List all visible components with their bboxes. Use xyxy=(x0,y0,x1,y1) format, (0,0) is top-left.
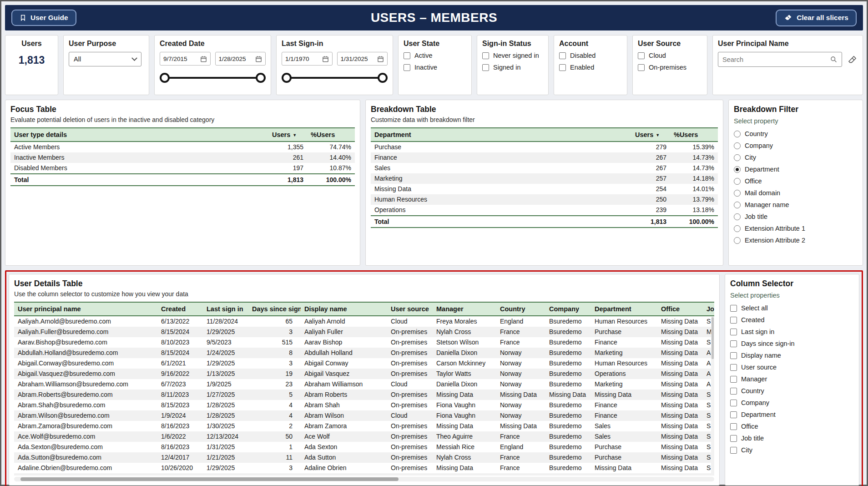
horizontal-scrollbar-thumb[interactable] xyxy=(20,477,399,481)
column-header-percent-users[interactable]: %Users xyxy=(307,128,355,142)
column-header[interactable]: Country xyxy=(496,302,545,316)
column-header-department[interactable]: Department xyxy=(371,128,631,142)
table-row[interactable]: Active Members1,35574.74% xyxy=(10,142,355,152)
radio-icon xyxy=(734,142,741,149)
column-selector-option[interactable]: Display name xyxy=(730,352,854,359)
checkbox-option[interactable]: Signed in xyxy=(482,64,543,71)
column-header-percent-users[interactable]: %Users xyxy=(670,128,718,142)
breakdown-filter-option[interactable]: Manager name xyxy=(734,201,858,208)
table-row[interactable]: Inactive Members26114.40% xyxy=(10,152,355,163)
breakdown-filter-option[interactable]: Office xyxy=(734,177,858,185)
breakdown-filter-option[interactable]: Job title xyxy=(734,213,858,220)
search-box[interactable] xyxy=(718,52,842,67)
column-header[interactable]: User principal name xyxy=(14,302,157,316)
column-selector-option-label: Created xyxy=(741,316,765,324)
column-header-users[interactable]: Users▼ xyxy=(268,128,307,142)
table-row[interactable]: Operations23913.18% xyxy=(371,205,718,216)
last-sign-in-range-slider[interactable] xyxy=(282,71,388,84)
table-row[interactable]: Adalyn.Giles@bsuredemo.com8/19/20248/20/… xyxy=(14,473,714,476)
signin-end-date-input[interactable]: 1/31/2025 xyxy=(337,52,388,66)
breakdown-filter-option[interactable]: Mail domain xyxy=(734,189,858,197)
table-row[interactable]: Aarav.Bishop@bsuredemo.com8/10/20239/5/2… xyxy=(14,337,714,348)
horizontal-scrollbar[interactable] xyxy=(14,477,714,481)
table-row[interactable]: Disabled Members19710.87% xyxy=(10,163,355,174)
breakdown-filter-option[interactable]: City xyxy=(734,154,858,161)
table-row[interactable]: Human Resources25013.79% xyxy=(371,194,718,205)
table-row[interactable]: Abram.Roberts@bsuredemo.com8/11/20231/27… xyxy=(14,390,714,400)
column-selector-option-label: Display name xyxy=(741,352,781,359)
table-row[interactable]: Purchase27915.39% xyxy=(371,142,718,152)
column-selector-option[interactable]: Office xyxy=(730,423,854,430)
column-header[interactable]: User source xyxy=(387,302,433,316)
slider-handle-start[interactable] xyxy=(160,73,170,83)
breakdown-filter-option[interactable]: Extension Attribute 2 xyxy=(734,237,858,244)
breakdown-filter-option[interactable]: Company xyxy=(734,142,858,149)
table-row[interactable]: Abram.Wilson@bsuredemo.com1/9/20241/28/2… xyxy=(14,410,714,421)
table-row[interactable]: Abigail.Vasquez@bsuredemo.com9/16/20221/… xyxy=(14,369,714,379)
slider-handle-end[interactable] xyxy=(378,73,388,83)
checkbox-option[interactable]: Never signed in xyxy=(482,52,543,59)
column-header[interactable]: Days since sign-in xyxy=(248,302,301,316)
checkbox-option[interactable]: On-premises xyxy=(638,64,702,71)
table-row[interactable]: Finance26714.73% xyxy=(371,152,718,163)
column-header[interactable]: Created xyxy=(157,302,203,316)
column-selector-option[interactable]: Days since sign-in xyxy=(730,340,854,347)
column-header-user-type[interactable]: User type details xyxy=(10,128,268,142)
table-row[interactable]: Ada.Sexton@bsuredemo.com8/16/20231/31/20… xyxy=(14,442,714,452)
breakdown-filter-option[interactable]: Department xyxy=(734,166,858,173)
table-row[interactable]: Adaline.Obrien@bsuredemo.com10/26/20201/… xyxy=(14,463,714,473)
search-input[interactable] xyxy=(722,56,827,63)
clear-filter-eraser-icon[interactable] xyxy=(848,55,858,65)
table-row[interactable]: Abraham.Williamson@bsuredemo.com6/7/2023… xyxy=(14,379,714,390)
column-header[interactable]: Job title xyxy=(703,302,714,316)
checkbox-option[interactable]: Cloud xyxy=(638,52,702,59)
table-row[interactable]: Aaliyah.Fuller@bsuredemo.com8/15/20241/2… xyxy=(14,327,714,337)
table-row[interactable]: Ace.Wolf@bsuredemo.com1/6/202212/13/2024… xyxy=(14,431,714,442)
column-selector-option[interactable]: Job title xyxy=(730,435,854,442)
created-end-date-input[interactable]: 1/28/2025 xyxy=(215,52,266,66)
table-row[interactable]: Abdullah.Holland@bsuredemo.com8/15/20241… xyxy=(14,348,714,358)
created-date-range-slider[interactable] xyxy=(160,71,266,84)
breakdown-filter-option[interactable]: Extension Attribute 1 xyxy=(734,225,858,232)
table-row[interactable]: Abigail.Conway@bsuredemo.com6/1/20211/29… xyxy=(14,358,714,369)
column-header[interactable]: Office xyxy=(657,302,703,316)
signin-start-date-input[interactable]: 1/1/1970 xyxy=(282,52,333,66)
clear-all-slicers-button[interactable]: Clear all slicers xyxy=(776,10,857,26)
slider-handle-start[interactable] xyxy=(282,73,292,83)
user-guide-button[interactable]: User Guide xyxy=(11,10,76,26)
column-selector-option[interactable]: Department xyxy=(730,411,854,418)
table-row[interactable]: Marketing25714.18% xyxy=(371,173,718,184)
users-count-card: Users 1,813 xyxy=(5,35,58,95)
slider-handle-end[interactable] xyxy=(256,73,266,83)
checkbox-option[interactable]: Active xyxy=(404,52,466,59)
column-selector-option[interactable]: Created xyxy=(730,316,854,324)
table-row[interactable]: Missing Data25414.01% xyxy=(371,184,718,194)
checkbox-option[interactable]: Enabled xyxy=(559,64,622,71)
table-row[interactable]: Abram.Zamora@bsuredemo.com8/16/20231/30/… xyxy=(14,421,714,431)
column-selector-option[interactable]: Last sign in xyxy=(730,328,854,335)
user-purpose-dropdown[interactable]: All xyxy=(69,52,141,66)
table-row[interactable]: Ada.Sutton@bsuredemo.com12/4/20171/21/20… xyxy=(14,452,714,463)
vertical-scrollbar-thumb[interactable] xyxy=(712,317,714,359)
column-selector-option[interactable]: Manager xyxy=(730,375,854,383)
column-header[interactable]: Last sign in xyxy=(203,302,248,316)
column-header[interactable]: Company xyxy=(545,302,591,316)
radio-icon xyxy=(734,190,741,197)
checkbox-option[interactable]: Inactive xyxy=(404,64,466,71)
vertical-scrollbar[interactable] xyxy=(711,316,714,476)
breakdown-filter-option[interactable]: Country xyxy=(734,130,858,137)
checkbox-option[interactable]: Disabled xyxy=(559,52,622,59)
table-row[interactable]: Abram.Shah@bsuredemo.com8/15/20231/28/20… xyxy=(14,400,714,410)
created-start-date-input[interactable]: 9/7/2015 xyxy=(160,52,211,66)
column-header[interactable]: Manager xyxy=(433,302,496,316)
column-header[interactable]: Department xyxy=(591,302,657,316)
column-header[interactable]: Display name xyxy=(301,302,387,316)
column-selector-option[interactable]: Country xyxy=(730,387,854,395)
column-selector-option[interactable]: Select all xyxy=(730,304,854,312)
column-selector-option[interactable]: City xyxy=(730,446,854,454)
table-row[interactable]: Sales26714.73% xyxy=(371,163,718,173)
column-header-users[interactable]: Users▼ xyxy=(631,128,670,142)
table-row[interactable]: Aaliyah.Arnold@bsuredemo.com6/13/202211/… xyxy=(14,316,714,327)
column-selector-option[interactable]: User source xyxy=(730,364,854,371)
column-selector-option[interactable]: Company xyxy=(730,399,854,406)
